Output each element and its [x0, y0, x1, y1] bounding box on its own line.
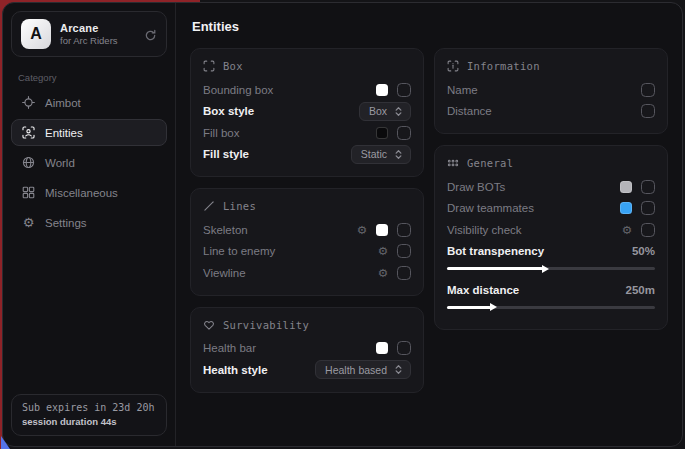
heart-icon	[203, 319, 215, 331]
draw-bots-checkbox[interactable]	[641, 180, 655, 194]
color-swatch[interactable]	[620, 181, 632, 193]
max-distance-slider[interactable]	[447, 306, 655, 309]
refresh-icon[interactable]	[144, 28, 157, 41]
sidebar-item-entities[interactable]: Entities	[11, 119, 167, 146]
row-skeleton: Skeleton ⚙	[203, 219, 411, 241]
visibility-check-checkbox[interactable]	[641, 223, 655, 237]
bounding-box-checkbox[interactable]	[397, 83, 411, 97]
box-style-select[interactable]: Box	[359, 102, 411, 121]
sidebar-item-aimbot[interactable]: Aimbot	[11, 89, 167, 116]
health-style-select[interactable]: Health based	[315, 360, 411, 379]
info-scan-icon	[447, 60, 459, 72]
crosshair-icon	[22, 96, 35, 109]
row-fill-style: Fill style Static	[203, 144, 411, 166]
row-draw-bots: Draw BOTs	[447, 176, 655, 198]
panel-survivability: Survivability Health bar Health style	[190, 307, 424, 393]
main-content: Entities Box Bounding box	[176, 3, 682, 446]
category-label: Category	[18, 72, 160, 83]
color-swatch[interactable]	[376, 127, 388, 139]
subscription-card: Sub expires in 23d 20h session duration …	[11, 394, 167, 436]
row-visibility-check: Visibility check ⚙	[447, 219, 655, 241]
color-swatch[interactable]	[376, 224, 388, 236]
scan-brackets-icon	[203, 60, 215, 72]
distance-checkbox[interactable]	[641, 104, 655, 118]
line-to-enemy-settings-gear-icon[interactable]: ⚙	[378, 245, 388, 257]
brand-card: A Arcane for Arc Riders	[11, 11, 167, 57]
row-bot-transparency: Bot transpenency 50%	[447, 241, 655, 263]
row-bounding-box: Bounding box	[203, 79, 411, 101]
chevron-up-down-icon	[394, 106, 403, 117]
skeleton-settings-gear-icon[interactable]: ⚙	[357, 224, 367, 236]
panel-lines-header: Lines	[203, 200, 411, 212]
color-swatch[interactable]	[376, 342, 388, 354]
visibility-settings-gear-icon[interactable]: ⚙	[622, 224, 632, 236]
left-column: Box Bounding box Box style Box	[190, 48, 424, 393]
bot-transparency-value: 50%	[632, 245, 655, 257]
draw-teammates-checkbox[interactable]	[641, 201, 655, 215]
page-title: Entities	[192, 19, 668, 34]
sidebar-item-world[interactable]: World	[11, 149, 167, 176]
brand-text: Arcane for Arc Riders	[60, 22, 118, 46]
sidebar-item-label: Entities	[45, 127, 83, 139]
line-icon	[203, 200, 215, 212]
gear-icon: ⚙	[22, 216, 35, 229]
brand-logo: A	[21, 19, 51, 49]
line-to-enemy-checkbox[interactable]	[397, 244, 411, 258]
row-box-style: Box style Box	[203, 101, 411, 123]
fill-style-select[interactable]: Static	[351, 145, 411, 164]
brand-title: Arcane	[60, 22, 118, 34]
row-viewline: Viewline ⚙	[203, 262, 411, 284]
brand-subtitle: for Arc Riders	[60, 35, 118, 46]
row-health-bar: Health bar	[203, 338, 411, 360]
color-swatch[interactable]	[620, 202, 632, 214]
right-column: Information Name Distance	[434, 48, 668, 330]
sidebar-item-label: Aimbot	[45, 97, 81, 109]
panel-lines: Lines Skeleton ⚙ Line to enemy ⚙	[190, 188, 424, 296]
sidebar-item-label: Miscellaneous	[45, 187, 118, 199]
chevron-up-down-icon	[394, 149, 403, 160]
slider-handle[interactable]	[490, 303, 497, 311]
sidebar: A Arcane for Arc Riders Category Aimbot	[3, 3, 176, 446]
row-name: Name	[447, 79, 655, 101]
panel-survivability-header: Survivability	[203, 319, 411, 331]
row-fill-box: Fill box	[203, 122, 411, 144]
row-max-distance: Max distance 250m	[447, 279, 655, 301]
slider-handle[interactable]	[542, 265, 549, 273]
mouse-cursor	[1, 436, 10, 449]
person-scan-icon	[22, 126, 35, 139]
sidebar-item-label: Settings	[45, 217, 87, 229]
color-swatch[interactable]	[376, 84, 388, 96]
panel-general: General Draw BOTs Draw teammates	[434, 145, 668, 330]
chevron-up-down-icon	[394, 364, 403, 375]
row-draw-teammates: Draw teammates	[447, 198, 655, 220]
panel-box-header: Box	[203, 60, 411, 72]
panel-information-header: Information	[447, 60, 655, 72]
panel-general-header: General	[447, 157, 655, 169]
panel-box: Box Bounding box Box style Box	[190, 48, 424, 177]
row-distance: Distance	[447, 101, 655, 123]
sidebar-item-miscellaneous[interactable]: Miscellaneous	[11, 179, 167, 206]
name-checkbox[interactable]	[641, 83, 655, 97]
grid-icon	[22, 186, 35, 199]
panel-information: Information Name Distance	[434, 48, 668, 134]
row-line-to-enemy: Line to enemy ⚙	[203, 241, 411, 263]
sidebar-nav: Aimbot Entities World Miscellaneous	[11, 89, 167, 236]
row-health-style: Health style Health based	[203, 359, 411, 381]
health-bar-checkbox[interactable]	[397, 341, 411, 355]
dots-grid-icon	[447, 157, 459, 169]
bot-transparency-slider[interactable]	[447, 267, 655, 270]
fill-box-checkbox[interactable]	[397, 126, 411, 140]
session-duration-text: session duration 44s	[22, 416, 156, 427]
skeleton-checkbox[interactable]	[397, 223, 411, 237]
viewline-settings-gear-icon[interactable]: ⚙	[378, 267, 388, 279]
sub-expires-text: Sub expires in 23d 20h	[22, 402, 156, 413]
viewline-checkbox[interactable]	[397, 266, 411, 280]
max-distance-value: 250m	[626, 284, 655, 296]
sidebar-item-settings[interactable]: ⚙ Settings	[11, 209, 167, 236]
sidebar-item-label: World	[45, 157, 75, 169]
app-window: A Arcane for Arc Riders Category Aimbot	[2, 2, 683, 447]
globe-icon	[22, 156, 35, 169]
